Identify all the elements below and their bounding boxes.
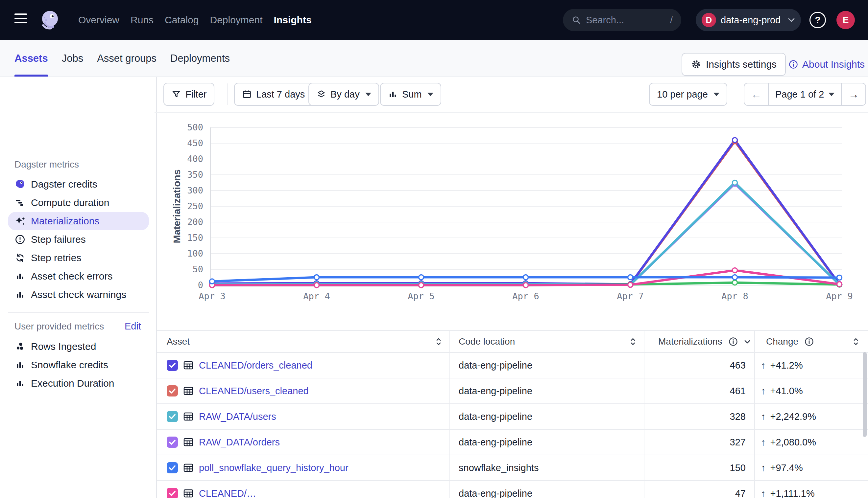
filter-button[interactable]: Filter xyxy=(163,83,214,106)
info-icon[interactable] xyxy=(804,337,814,346)
sidebar-item-label: Materializations xyxy=(31,215,99,227)
caret-down-icon xyxy=(714,93,719,96)
sidebar-item-dagster-credits[interactable]: Dagster credits xyxy=(8,175,149,194)
bar-chart-icon xyxy=(14,289,26,300)
edit-metrics-link[interactable]: Edit xyxy=(125,321,141,332)
user-avatar[interactable]: E xyxy=(837,11,855,29)
tab-jobs[interactable]: Jobs xyxy=(62,40,83,77)
sort-icon[interactable] xyxy=(853,337,859,346)
next-page-button[interactable]: → xyxy=(841,83,865,105)
sidebar-item-rows-ingested[interactable]: Rows Ingested xyxy=(8,337,149,356)
alert-circle-icon xyxy=(14,234,26,245)
table-row: CLEANED/orders_cleaned data-eng-pipeline… xyxy=(157,353,868,378)
nav-catalog[interactable]: Catalog xyxy=(165,14,199,26)
asset-link[interactable]: RAW_DATA/users xyxy=(199,411,276,422)
dagster-logo-icon[interactable] xyxy=(38,9,61,31)
sort-icon[interactable] xyxy=(436,337,442,346)
tab-deployments[interactable]: Deployments xyxy=(170,40,230,77)
search-box[interactable]: / xyxy=(563,9,681,31)
asset-cell: RAW_DATA/users xyxy=(157,404,449,430)
sidebar-item-asset-check-errors[interactable]: Asset check errors xyxy=(8,267,149,286)
arrow-up-icon: ↑ xyxy=(761,386,766,396)
asset-link[interactable]: CLEANED/orders_cleaned xyxy=(199,360,312,371)
sidebar-item-snowflake-credits[interactable]: Snowflake credits xyxy=(8,356,149,374)
about-insights-link[interactable]: About Insights xyxy=(789,53,865,76)
info-icon[interactable] xyxy=(728,337,738,346)
nav-runs[interactable]: Runs xyxy=(130,14,154,26)
insights-settings-button[interactable]: Insights settings xyxy=(681,53,786,76)
per-page-dropdown[interactable]: 10 per page xyxy=(649,83,727,106)
series-line[interactable] xyxy=(212,141,839,285)
asset-link[interactable]: poll_snowflake_query_history_hour xyxy=(199,462,348,473)
sidebar-item-materializations[interactable]: Materializations xyxy=(8,212,149,230)
column-header-change[interactable]: Change xyxy=(754,331,868,353)
series-checkbox[interactable] xyxy=(167,385,178,396)
insights-settings-label: Insights settings xyxy=(706,59,777,70)
series-checkbox[interactable] xyxy=(167,436,178,448)
series-checkbox[interactable] xyxy=(167,462,178,473)
column-header-materializations[interactable]: Materializations xyxy=(644,331,754,353)
series-line[interactable] xyxy=(212,140,839,284)
table-grid-icon xyxy=(183,436,194,448)
code-location-cell: data-eng-pipeline xyxy=(449,481,644,498)
vertical-scrollbar[interactable] xyxy=(863,352,867,437)
asset-link[interactable]: CLEANED/… xyxy=(199,488,256,498)
sort-icon[interactable] xyxy=(630,337,636,346)
data-point[interactable] xyxy=(732,137,738,143)
metrics-sidebar: Dagster metrics Dagster credits Compute … xyxy=(0,77,157,498)
search-icon xyxy=(572,15,581,25)
granularity-dropdown[interactable]: By day xyxy=(308,83,379,106)
data-point[interactable] xyxy=(314,275,319,280)
data-point[interactable] xyxy=(732,268,738,273)
nav-deployment[interactable]: Deployment xyxy=(210,14,263,26)
data-point[interactable] xyxy=(523,283,528,288)
data-point[interactable] xyxy=(419,275,424,280)
data-point[interactable] xyxy=(732,180,738,185)
data-point[interactable] xyxy=(732,275,738,280)
tab-assets[interactable]: Assets xyxy=(14,40,48,77)
series-checkbox[interactable] xyxy=(167,488,178,498)
data-point[interactable] xyxy=(210,279,215,284)
sidebar-item-step-retries[interactable]: Step retries xyxy=(8,249,149,267)
deployment-switcher[interactable]: D data-eng-prod xyxy=(696,9,801,31)
series-checkbox[interactable] xyxy=(167,411,178,422)
prev-page-button[interactable]: ← xyxy=(744,83,768,105)
sidebar-item-compute-duration[interactable]: Compute duration xyxy=(8,194,149,212)
data-point[interactable] xyxy=(837,282,842,287)
sidebar-item-execution-duration[interactable]: Execution Duration xyxy=(8,374,149,393)
data-point[interactable] xyxy=(628,283,633,287)
caret-down-icon xyxy=(427,93,433,96)
page-selector[interactable]: Page 1 of 2 xyxy=(768,83,841,105)
asset-link[interactable]: RAW_DATA/orders xyxy=(199,437,280,448)
gantt-icon xyxy=(14,197,26,208)
data-point[interactable] xyxy=(419,283,424,288)
help-icon[interactable]: ? xyxy=(809,12,826,28)
data-point[interactable] xyxy=(732,280,738,285)
aggregation-dropdown[interactable]: Sum xyxy=(380,83,441,106)
data-point[interactable] xyxy=(837,275,842,280)
code-location-cell: data-eng-pipeline xyxy=(449,353,644,378)
hamburger-menu-icon[interactable] xyxy=(14,13,28,27)
sidebar-item-label: Execution Duration xyxy=(31,378,114,389)
y-tick-label: 0 xyxy=(198,280,203,290)
data-point[interactable] xyxy=(628,275,633,280)
x-tick-label: Apr 6 xyxy=(512,291,539,301)
asset-link[interactable]: CLEANED/users_cleaned xyxy=(199,386,309,396)
change-cell: ↑ +2,242.9% xyxy=(754,404,868,430)
y-axis-title: Materializations xyxy=(171,169,182,243)
data-point[interactable] xyxy=(523,275,528,280)
tab-asset-groups[interactable]: Asset groups xyxy=(97,40,156,77)
column-header-asset[interactable]: Asset xyxy=(157,331,449,353)
data-point[interactable] xyxy=(314,283,319,288)
nav-insights[interactable]: Insights xyxy=(274,14,312,26)
column-header-code-location[interactable]: Code location xyxy=(449,331,644,353)
sidebar-divider xyxy=(8,312,149,313)
change-value: +2,242.9% xyxy=(770,411,816,422)
sidebar-item-step-failures[interactable]: Step failures xyxy=(8,230,149,249)
nav-overview[interactable]: Overview xyxy=(78,14,119,26)
series-checkbox[interactable] xyxy=(167,360,178,371)
sidebar-item-asset-check-warnings[interactable]: Asset check warnings xyxy=(8,286,149,304)
assets-table: Asset Code location Materializations Cha… xyxy=(157,330,868,498)
sorted-desc-icon[interactable] xyxy=(744,339,751,344)
search-input[interactable] xyxy=(586,15,665,26)
